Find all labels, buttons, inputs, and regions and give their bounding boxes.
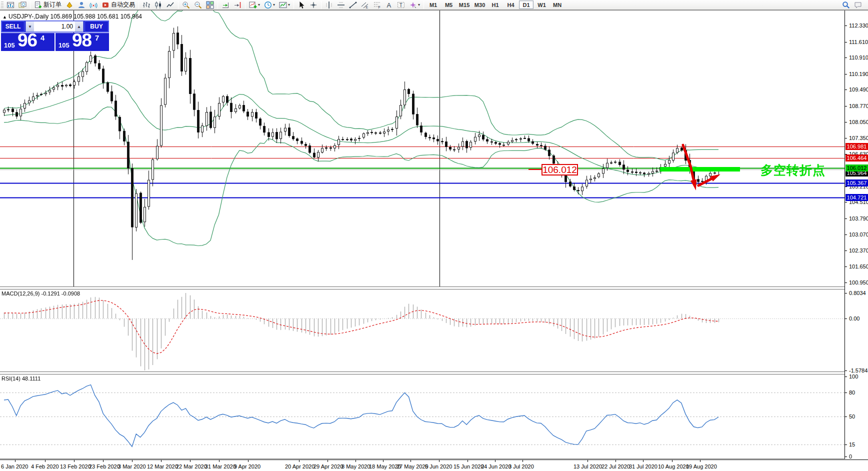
indicators-button[interactable]: ▾ [247,0,262,10]
timeframe-button-d1[interactable]: D1 [519,0,534,9]
zoom-in-button[interactable] [180,0,192,10]
volume-up-button[interactable]: ▲ [75,22,83,32]
buy-price-display[interactable]: 105 98 7 [56,33,109,51]
buy-price-handle: 105 [58,42,70,49]
auto-scroll-icon [222,1,230,9]
date-tick [219,460,220,462]
sell-price-display[interactable]: 105 96 4 [1,33,54,51]
autotrading-icon [102,1,110,9]
main-chart-canvas[interactable] [0,10,845,287]
rsi-panel-canvas[interactable] [0,374,845,458]
line-chart-button[interactable] [164,0,176,10]
chevron-down-icon[interactable]: ▾ [258,2,260,7]
timeframe-button-h1[interactable]: H1 [488,0,502,9]
new-chart-button[interactable] [4,0,16,10]
equidistant-channel-button[interactable]: E [359,0,371,10]
collapse-arrow-icon[interactable]: ▲ [2,14,7,20]
bar-chart-button[interactable] [140,0,152,10]
trendline-button[interactable] [347,0,359,10]
date-label: 9 Apr 2020 [234,464,260,470]
macd-panel-canvas[interactable] [0,290,845,372]
sell-price-pip: 4 [40,34,44,42]
timeframe-button-mn[interactable]: MN [550,0,564,9]
axis-tick [845,392,847,393]
date-tick [45,460,46,462]
one-click-trading-widget: SELL ▼ ▲ BUY 105 96 4 105 98 7 [1,20,109,51]
text-button[interactable]: A [383,0,395,10]
toolbar-separator [321,1,322,9]
date-tick [299,460,300,462]
svg-text:F: F [378,6,380,9]
price-tick-label: 111.610 [849,39,868,45]
profiles-button[interactable] [16,0,28,10]
chevron-down-icon[interactable]: ▾ [288,2,290,7]
time-axis[interactable]: 6 Jan 20204 Feb 202013 Feb 202023 Feb 20… [0,460,868,471]
timeframe-button-m1[interactable]: M1 [426,0,440,9]
profiles-icon [18,1,26,9]
trendline-icon [349,1,357,9]
auto-scroll-button[interactable] [220,0,232,10]
chat-icon [854,1,862,9]
svg-text:A: A [387,1,392,8]
zoom-in-icon [182,1,190,9]
date-label: 4 Feb 2020 [31,464,59,470]
new-order-button[interactable]: 新订单 [32,0,64,10]
timeframe-button-m30[interactable]: M30 [472,0,487,9]
axis-tick [845,444,847,445]
search-button[interactable] [840,0,852,10]
svg-text:E: E [366,6,368,9]
signals-button[interactable] [88,0,100,10]
candlestick-chart-button[interactable] [152,0,164,10]
axis-tick [845,186,847,187]
buy-button[interactable]: BUY [84,21,108,32]
templates-button[interactable]: ▾ [277,0,292,10]
price-level-callout[interactable]: 106.012 [542,164,578,176]
bar-chart-icon [142,1,150,9]
zoom-out-button[interactable] [192,0,204,10]
volume-input[interactable] [34,22,75,32]
timeframe-button-w1[interactable]: W1 [534,0,549,9]
rsi-axis-label: 0 [849,454,852,460]
chevron-down-icon[interactable]: ▾ [418,2,420,7]
sell-button[interactable]: SELL [2,21,24,32]
metaeditor-button[interactable] [64,0,76,10]
axis-tick [845,58,847,58]
date-label: 19 Aug 2020 [686,464,717,470]
text-label-button[interactable]: T [395,0,407,10]
date-label: 3 Jul 2020 [508,464,534,470]
date-tick [588,460,588,462]
timeframe-button-m5[interactable]: M5 [442,0,456,9]
chat-button[interactable] [852,0,864,10]
crosshair-button[interactable] [308,0,320,10]
timeframe-button-m15[interactable]: M15 [457,0,472,9]
mt4-terminal: 新订单自动交易▾▾▾EFAT▾M1M5M15M30H1H4D1W1MN 112.… [0,0,868,471]
cursor-button[interactable] [296,0,308,10]
fibonacci-button[interactable]: F [371,0,383,10]
autotrading-button[interactable]: 自动交易 [100,0,137,10]
symbol-ohlc-text: USDJPY-,Daily 105.869 105.988 105.681 10… [8,13,142,20]
date-label: 23 Feb 2020 [89,464,120,470]
price-axis[interactable]: 112.330111.610110.910110.190109.490108.7… [844,10,868,459]
toolbar-drag-handle[interactable] [1,2,4,8]
arrows-button[interactable]: ▾ [407,0,422,10]
rsi-axis-label: 80 [849,390,855,396]
channel-icon: E [361,1,369,9]
price-tick-label: 102.370 [849,248,868,254]
arrows-tool-icon [409,1,417,9]
turning-point-note[interactable]: 多空转折点 [760,162,826,178]
axis-tick [845,202,847,202]
tile-windows-button[interactable] [204,0,216,10]
chart-shift-button[interactable] [232,0,244,10]
axis-tick [845,234,847,235]
periods-button[interactable]: ▾ [262,0,277,10]
volume-down-button[interactable]: ▼ [26,22,34,32]
community-button[interactable] [76,0,88,10]
horizontal-line-button[interactable] [335,0,347,10]
axis-tick [845,138,847,138]
price-tick-label: 110.910 [849,54,868,60]
vertical-line-button[interactable] [323,0,335,10]
date-tick [132,460,132,462]
timeframe-button-h4[interactable]: H4 [504,0,518,9]
chevron-down-icon[interactable]: ▾ [273,2,275,7]
price-tick-label: 110.190 [849,71,868,77]
